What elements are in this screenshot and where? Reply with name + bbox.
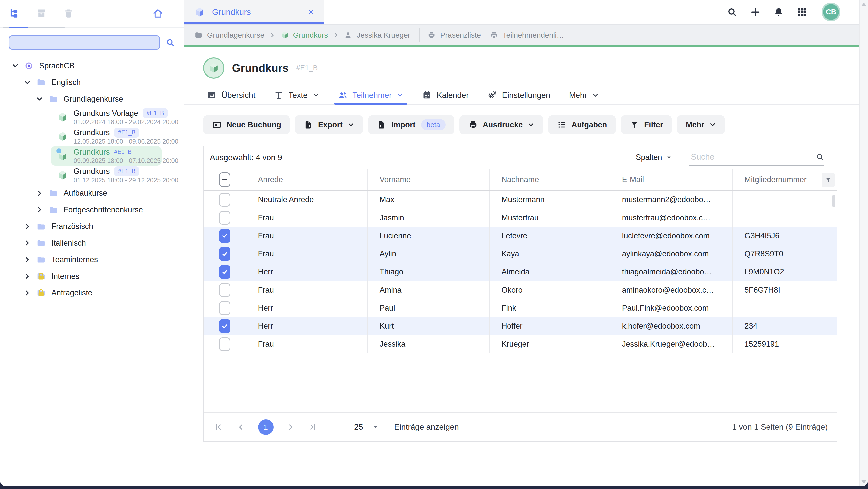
- chevron-down-icon[interactable]: [36, 95, 43, 103]
- tab-kalender[interactable]: Kalender: [422, 86, 469, 105]
- chevron-right-icon[interactable]: [24, 289, 31, 297]
- column-header-anrede[interactable]: Anrede: [246, 169, 368, 191]
- open-document-tab[interactable]: Grundkurs: [184, 0, 324, 25]
- chevron-right-icon[interactable]: [36, 190, 43, 197]
- tree-node-fortgeschrittenenkurse[interactable]: Fortgeschrittenenkurse: [0, 202, 184, 218]
- trash-icon[interactable]: [63, 8, 74, 19]
- tab-uebersicht[interactable]: Übersicht: [207, 86, 255, 105]
- tree-structure-icon[interactable]: [9, 8, 20, 19]
- row-checkbox[interactable]: [219, 247, 230, 261]
- mehr-button[interactable]: Mehr: [677, 115, 725, 135]
- tree-node-sprachcb[interactable]: SprachCB: [0, 58, 184, 74]
- table-row[interactable]: Frau Lucienne Lefevre luclefevre@edoobox…: [204, 227, 837, 245]
- filter-button[interactable]: Filter: [621, 115, 672, 135]
- cell-anrede: Neutrale Anrede: [246, 191, 368, 208]
- tree-node-englisch[interactable]: Englisch: [0, 74, 184, 91]
- tree-node-internes[interactable]: Internes: [0, 268, 184, 285]
- table-row[interactable]: Frau Aylin Kaya aylinkaya@edoobox.com Q7…: [204, 245, 837, 263]
- table-row[interactable]: Frau Amina Okoro aminaokoro@edoobox.c… 5…: [204, 281, 837, 299]
- chevron-right-icon[interactable]: [24, 223, 31, 230]
- breadcrumb-item-jessika-krueger[interactable]: Jessika Krueger: [344, 31, 410, 39]
- table-row[interactable]: Herr Kurt Hoffer k.hofer@edoobox.com 234: [204, 317, 837, 336]
- scroll-down-arrow-icon[interactable]: [861, 480, 867, 484]
- breadcrumb-item-grundkurs[interactable]: Grundkurs: [280, 31, 328, 39]
- tree-node-grundlagenkurse[interactable]: Grundlagenkurse: [0, 91, 184, 107]
- columns-dropdown[interactable]: Spalten: [636, 153, 672, 162]
- tab-einstellungen[interactable]: Einstellungen: [488, 86, 550, 105]
- search-icon[interactable]: [815, 153, 824, 162]
- last-page-icon[interactable]: [308, 423, 318, 432]
- page-code: #E1_B: [296, 64, 318, 72]
- tree-node-franzoesisch[interactable]: Französisch: [0, 218, 184, 235]
- home-icon[interactable]: [152, 8, 163, 19]
- row-checkbox[interactable]: [219, 283, 230, 297]
- tree-node-anfrageliste[interactable]: Anfrageliste: [0, 285, 184, 301]
- gears-icon: [488, 90, 497, 100]
- tab-mehr[interactable]: Mehr: [569, 86, 599, 105]
- column-header-email[interactable]: E-Mail: [610, 169, 732, 191]
- import-button[interactable]: Import beta: [368, 115, 454, 135]
- tree-node-label: Französisch: [52, 222, 93, 231]
- select-all-checkbox[interactable]: [219, 173, 230, 187]
- apps-grid-icon[interactable]: [797, 7, 807, 18]
- row-checkbox[interactable]: [219, 301, 230, 315]
- row-checkbox[interactable]: [219, 338, 230, 351]
- tab-label: Einstellungen: [502, 91, 550, 100]
- table-row[interactable]: Frau Jasmin Musterfrau musterfrau@edoobo…: [204, 209, 837, 227]
- tree-node-teaminternes[interactable]: Teaminternes: [0, 252, 184, 268]
- column-filter-icon[interactable]: [822, 173, 835, 187]
- tree-node-italienisch[interactable]: Italienisch: [0, 235, 184, 252]
- chevron-right-icon[interactable]: [24, 239, 31, 247]
- row-checkbox[interactable]: [219, 193, 230, 207]
- aufgaben-button[interactable]: Aufgaben: [548, 115, 616, 135]
- row-checkbox[interactable]: [219, 265, 230, 279]
- column-header-vorname[interactable]: Vorname: [367, 169, 489, 191]
- tree-course-item-selected[interactable]: Grundkurs#E1_B 09.09.2025 18:00 - 07.10.…: [51, 146, 162, 166]
- table-row[interactable]: Herr Paul Fink Paul.Fink@edoobox.com: [204, 299, 837, 317]
- add-icon[interactable]: [750, 7, 761, 18]
- column-header-mitgliedernummer[interactable]: Mitgliedernummer: [732, 169, 837, 191]
- column-header-nachname[interactable]: Nachname: [489, 169, 610, 191]
- first-page-icon[interactable]: [214, 423, 223, 432]
- breadcrumb-doc-teilnehmendenliste[interactable]: Teilnehmendenli…: [490, 31, 564, 39]
- chevron-down-icon[interactable]: [12, 62, 19, 69]
- chevron-down-icon[interactable]: [24, 79, 31, 86]
- table-row[interactable]: Frau Jessika Krueger Jessika.Krueger@edo…: [204, 336, 837, 353]
- table-row[interactable]: Herr Thiago Almeida thiagoalmeida@edoobo…: [204, 263, 837, 281]
- tree-course-item[interactable]: Grundkurs Vorlage#E1_B 01.02.2024 18:00 …: [51, 108, 162, 127]
- ausdrucke-button[interactable]: Ausdrucke: [459, 115, 543, 135]
- chevron-right-icon[interactable]: [24, 256, 31, 263]
- tree-search-input[interactable]: [9, 35, 160, 50]
- scroll-up-arrow-icon[interactable]: [861, 3, 867, 6]
- table-scrollbar-thumb[interactable]: [832, 195, 835, 207]
- tree-node-aufbaukurse[interactable]: Aufbaukurse: [0, 185, 184, 201]
- tab-teilnehmer[interactable]: Teilnehmer: [338, 86, 403, 105]
- export-button[interactable]: Export: [295, 115, 363, 135]
- search-icon[interactable]: [165, 38, 175, 48]
- close-icon[interactable]: [307, 8, 315, 16]
- current-page-button[interactable]: 1: [258, 420, 274, 435]
- row-checkbox[interactable]: [219, 319, 230, 333]
- tree-course-item[interactable]: Grundkurs#E1_B 01.12.2025 18:00 - 29.12.…: [51, 166, 162, 185]
- vertical-scrollbar[interactable]: [859, 0, 868, 487]
- previous-page-icon[interactable]: [236, 423, 245, 432]
- tree-node-label: Grundlagenkurse: [64, 95, 123, 104]
- breadcrumb-doc-praesenzliste[interactable]: Präsenzliste: [427, 31, 481, 39]
- tree-course-item[interactable]: Grundkurs#E1_B 12.05.2025 18:00 - 09.06.…: [51, 127, 162, 146]
- row-checkbox[interactable]: [219, 211, 230, 225]
- archive-icon[interactable]: [36, 8, 47, 19]
- table-row[interactable]: Neutrale Anrede Max Mustermann musterman…: [204, 191, 837, 209]
- row-checkbox[interactable]: [219, 229, 230, 243]
- table-search-input[interactable]: [689, 152, 815, 162]
- notifications-bell-icon[interactable]: [773, 7, 784, 18]
- breadcrumb-item-grundlagenkurse[interactable]: Grundlagenkurse: [194, 31, 264, 39]
- page-size-select[interactable]: 25: [354, 423, 379, 432]
- chevron-right-icon[interactable]: [24, 273, 31, 280]
- neue-buchung-button[interactable]: Neue Buchung: [203, 115, 290, 135]
- chevron-right-icon[interactable]: [36, 206, 43, 213]
- next-page-icon[interactable]: [286, 423, 296, 432]
- search-icon[interactable]: [727, 7, 737, 18]
- avatar[interactable]: CB: [822, 3, 840, 22]
- tab-texte[interactable]: Texte: [274, 86, 319, 105]
- button-label: Neue Buchung: [226, 120, 281, 130]
